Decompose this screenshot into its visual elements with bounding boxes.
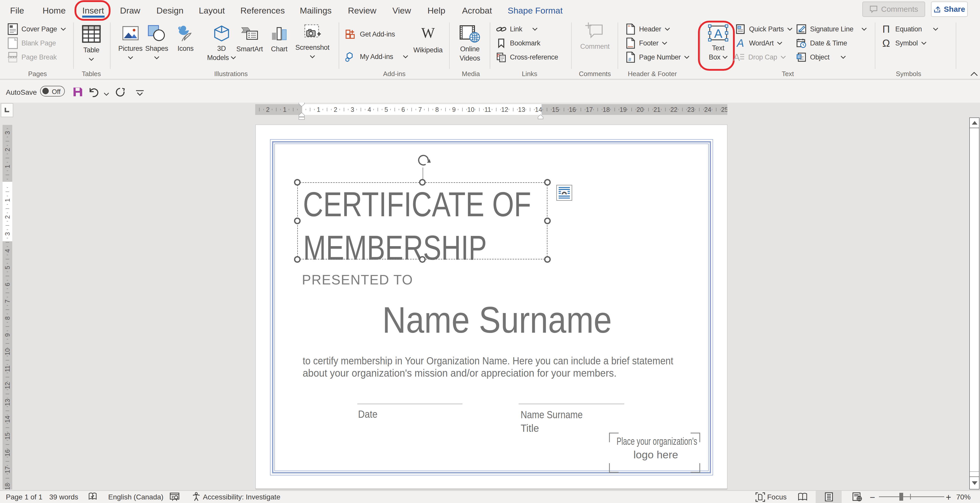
svg-text:1: 1 (317, 106, 320, 113)
svg-text:1: 1 (4, 165, 11, 168)
svg-text:15: 15 (552, 106, 559, 113)
svg-text:23: 23 (687, 106, 694, 113)
svg-text:14: 14 (535, 106, 542, 113)
svg-text:22: 22 (670, 106, 678, 113)
svg-text:5: 5 (4, 266, 11, 269)
svg-text:14: 14 (4, 415, 11, 423)
svg-text:17: 17 (586, 106, 593, 113)
svg-text:16: 16 (4, 449, 11, 457)
svg-text:16: 16 (569, 106, 576, 113)
svg-text:1: 1 (4, 198, 11, 202)
svg-text:13: 13 (518, 106, 525, 113)
svg-text:10: 10 (467, 106, 474, 113)
svg-text:11: 11 (484, 106, 491, 113)
svg-text:10: 10 (4, 348, 11, 355)
svg-text:8: 8 (4, 316, 11, 320)
svg-text:17: 17 (4, 466, 11, 473)
svg-text:24: 24 (704, 106, 711, 113)
svg-text:4: 4 (4, 249, 11, 253)
svg-text:20: 20 (636, 106, 644, 113)
svg-text:2: 2 (4, 148, 11, 151)
svg-text:18: 18 (603, 106, 610, 113)
svg-text:13: 13 (4, 399, 11, 406)
svg-text:18: 18 (4, 483, 11, 489)
svg-text:12: 12 (4, 382, 11, 389)
svg-text:4: 4 (368, 106, 371, 113)
svg-text:#: # (628, 57, 632, 62)
svg-text:6: 6 (401, 106, 405, 113)
svg-text:2: 2 (266, 106, 269, 113)
svg-text:1: 1 (283, 106, 286, 113)
svg-text:7: 7 (4, 299, 11, 303)
svg-text:21: 21 (653, 106, 660, 113)
svg-text:12: 12 (501, 106, 508, 113)
svg-text:5: 5 (385, 106, 388, 113)
svg-text:25: 25 (721, 106, 727, 113)
svg-text:2: 2 (334, 106, 337, 113)
svg-text:8: 8 (435, 106, 439, 113)
svg-text:2: 2 (4, 215, 11, 219)
svg-text:7: 7 (418, 106, 422, 113)
svg-text:9: 9 (4, 333, 11, 337)
svg-text:6: 6 (4, 283, 11, 286)
svg-text:15: 15 (4, 433, 11, 440)
svg-text:19: 19 (620, 106, 627, 113)
svg-text:A: A (736, 38, 744, 48)
svg-text:3: 3 (351, 106, 354, 113)
svg-text:11: 11 (4, 365, 11, 372)
svg-text:A: A (733, 52, 740, 62)
svg-text:W: W (422, 27, 435, 40)
svg-text:3: 3 (4, 131, 11, 135)
svg-text:9: 9 (452, 106, 456, 113)
svg-text:3: 3 (4, 232, 11, 236)
